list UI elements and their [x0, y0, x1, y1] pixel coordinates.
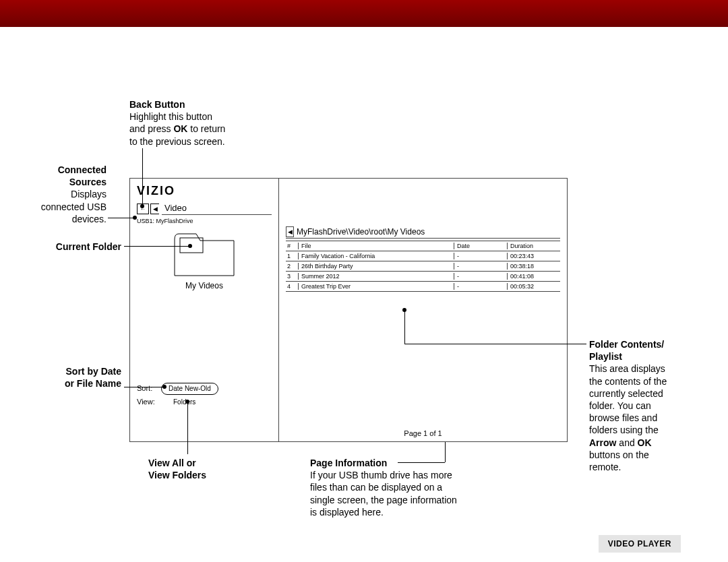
connector — [404, 310, 405, 344]
caret-left-icon[interactable]: ◀ — [150, 204, 159, 214]
current-folder[interactable]: My Videos — [145, 231, 264, 290]
sort-view-controls: Sort: Date New-Old View: Folders — [137, 382, 272, 409]
view-key: View: — [137, 396, 161, 409]
connector-dot — [133, 216, 137, 220]
breadcrumb-row: ◀ MyFlashDrive\Video\root\My Videos — [286, 226, 560, 239]
callout-current-folder: Current Folder — [27, 241, 121, 253]
connector — [404, 344, 586, 344]
callout-view: View All or View Folders — [148, 457, 206, 481]
col-file-header: File — [299, 243, 454, 249]
mode-row: ← ◀ Video — [137, 201, 272, 216]
callout-connected-sources: Connected Sources Displays connected USB… — [27, 164, 107, 225]
usb-source-label: USB1: MyFlashDrive — [137, 218, 193, 224]
col-dur-header: Duration — [508, 243, 560, 249]
current-folder-name: My Videos — [145, 281, 264, 290]
connector — [398, 462, 445, 463]
connector-dot — [140, 204, 144, 208]
breadcrumb: MyFlashDrive\Video\root\My Videos — [297, 227, 425, 237]
mode-label: Video — [162, 203, 272, 215]
connector-dot — [162, 385, 166, 389]
file-table: # File Date Duration 1 Family Vacation -… — [286, 241, 560, 292]
connector — [124, 246, 190, 247]
connector — [142, 148, 143, 206]
col-num-header: # — [286, 243, 299, 249]
callout-folder-contents: Folder Contents/ Playlist This area disp… — [589, 338, 705, 473]
callout-sort: Sort by Date or File Name — [27, 365, 121, 389]
device-sidebar: VIZIO ← ◀ Video USB1: MyFlashDrive My Vi… — [130, 179, 279, 441]
table-row[interactable]: 3 Summer 2012 - 00:41:08 — [286, 272, 560, 282]
col-date-header: Date — [454, 243, 508, 249]
manual-page: VIZIO ← ◀ Video USB1: MyFlashDrive My Vi… — [0, 27, 728, 562]
connector-dot — [185, 400, 189, 404]
page-info: Page 1 of 1 — [279, 429, 567, 437]
breadcrumb-back-button[interactable]: ◀ — [286, 226, 294, 237]
device-main: ◀ MyFlashDrive\Video\root\My Videos # Fi… — [279, 179, 567, 441]
folder-icon — [173, 231, 235, 277]
connector — [108, 218, 135, 218]
sort-value-button[interactable]: Date New-Old — [161, 383, 218, 395]
top-bar — [0, 0, 728, 27]
callout-back-button: Back Button Highlight this button and pr… — [129, 98, 225, 148]
section-tag: VIDEO PLAYER — [599, 535, 681, 553]
table-row[interactable]: 1 Family Vacation - California - 00:23:4… — [286, 251, 560, 261]
device-panel: VIZIO ← ◀ Video USB1: MyFlashDrive My Vi… — [129, 178, 568, 442]
table-row[interactable]: 2 26th Birthday Party - 00:38:18 — [286, 261, 560, 272]
view-value-button[interactable]: Folders — [161, 396, 195, 408]
table-row[interactable]: 4 Greatest Trip Ever - 00:05:32 — [286, 282, 560, 292]
connector — [445, 442, 446, 462]
connector — [187, 402, 188, 454]
connector-dot — [188, 244, 192, 248]
connector — [124, 387, 164, 387]
callout-page-info: Page Information If your USB thumb drive… — [310, 457, 492, 518]
table-header: # File Date Duration — [286, 241, 560, 251]
sort-key: Sort: — [137, 382, 161, 396]
